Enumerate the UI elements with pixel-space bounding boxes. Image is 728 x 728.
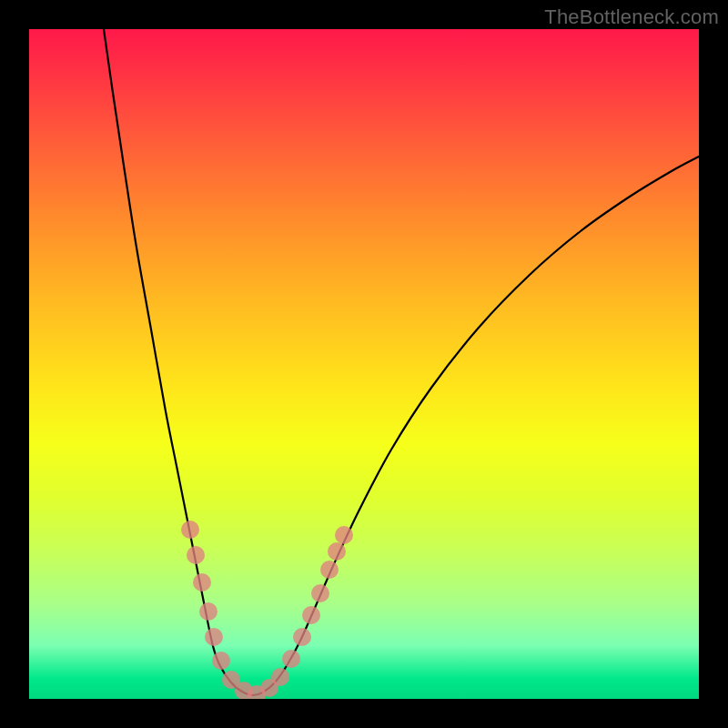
data-marker	[320, 561, 339, 579]
data-marker	[187, 546, 205, 564]
data-marker	[212, 652, 230, 670]
data-marker	[205, 628, 223, 646]
data-marker	[302, 606, 320, 624]
bottleneck-curve-svg	[29, 29, 699, 699]
data-marker	[311, 584, 329, 602]
data-marker	[199, 602, 217, 621]
data-marker	[328, 542, 346, 561]
bottleneck-curve-line	[104, 29, 699, 695]
watermark-text: TheBottleneck.com	[544, 5, 719, 29]
data-marker	[181, 521, 199, 539]
data-marker	[193, 573, 211, 592]
plot-area	[29, 29, 699, 699]
data-marker	[335, 526, 353, 544]
data-markers	[181, 521, 353, 699]
data-marker	[282, 650, 300, 668]
chart-frame: TheBottleneck.com	[0, 0, 728, 728]
data-marker	[293, 628, 311, 646]
data-marker	[271, 668, 289, 686]
